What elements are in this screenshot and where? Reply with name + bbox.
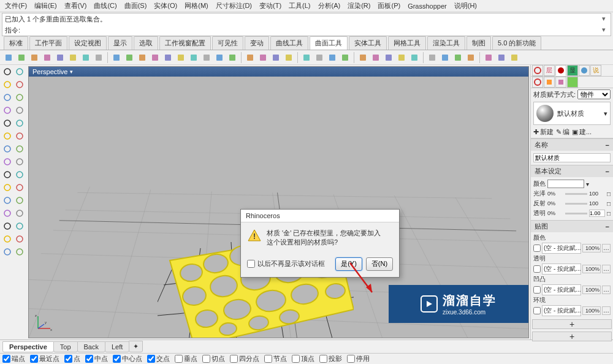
plane-icon[interactable] <box>14 79 25 90</box>
viewport-menu-chevron-icon[interactable]: ▾ <box>70 69 73 75</box>
gloss-slider[interactable] <box>565 193 587 195</box>
osnap-checkbox[interactable] <box>319 355 327 363</box>
osnap-checkbox[interactable] <box>175 355 183 363</box>
material-name-input[interactable] <box>533 153 611 162</box>
material-build-button[interactable]: ▣ 建... <box>572 127 592 137</box>
pointer-icon[interactable] <box>2 66 13 77</box>
render-shade-icon[interactable] <box>495 51 508 64</box>
surface-blend-icon[interactable] <box>149 51 161 64</box>
cylinder-icon[interactable] <box>2 182 13 193</box>
material-edit-button[interactable]: ✎ 编 <box>556 127 569 137</box>
osnap-投影[interactable]: 投影 <box>319 354 342 363</box>
dont-show-again-input[interactable] <box>247 260 255 268</box>
surface-smash-icon[interactable] <box>326 51 338 64</box>
osnap-中心点[interactable]: 中心点 <box>113 354 142 363</box>
map-percent-field[interactable]: 100% <box>582 265 601 273</box>
osnap-切点[interactable]: 切点 <box>202 354 225 363</box>
menu-item[interactable]: 分析(A) <box>314 0 345 12</box>
menu-item[interactable]: 变动(T) <box>256 0 285 12</box>
osnap-顶点[interactable]: 顶点 <box>292 354 314 363</box>
map-percent-field[interactable]: 100% <box>582 286 601 294</box>
cone-icon[interactable] <box>14 182 25 193</box>
osnap-停用[interactable]: 停用 <box>347 354 370 363</box>
map-browse-button[interactable]: … <box>602 306 611 315</box>
surface-flowsrf-icon[interactable] <box>370 51 382 64</box>
viewport-tab[interactable]: Back <box>77 341 105 352</box>
map-path-field[interactable]: (空 - 按此赋... <box>542 243 581 254</box>
toolbar-tab[interactable]: 实体工具 <box>349 36 387 50</box>
menu-item[interactable]: 文件(F) <box>1 0 31 12</box>
render-material-icon[interactable] <box>508 51 520 64</box>
toolbar-tab[interactable]: 设定视图 <box>69 36 107 50</box>
command-input[interactable] <box>23 26 600 34</box>
color-swatch[interactable] <box>547 180 584 188</box>
surface-unroll-icon[interactable] <box>300 51 313 64</box>
toolbar-tab[interactable]: 可见性 <box>212 36 243 50</box>
menu-item[interactable]: 曲面(S) <box>121 0 151 12</box>
osnap-点[interactable]: 点 <box>64 354 80 363</box>
map-percent-field[interactable]: 100% <box>582 244 601 252</box>
surface-rebuild-icon[interactable] <box>244 51 256 64</box>
panel-tab-tutorial[interactable]: 说 <box>590 65 601 76</box>
spiral-icon[interactable] <box>14 143 25 154</box>
surface-split-icon[interactable] <box>213 51 226 64</box>
viewport-tab[interactable]: Top <box>53 341 78 352</box>
chamfer-icon[interactable] <box>14 221 25 232</box>
color-picker-button[interactable]: ▾ <box>586 181 589 188</box>
trans-more-button[interactable]: □ <box>607 210 611 217</box>
menu-item[interactable]: 编辑(E) <box>31 0 61 12</box>
hatch-icon[interactable] <box>2 246 13 257</box>
toolbar-tab[interactable]: 制图 <box>466 36 491 50</box>
viewport-tab[interactable]: Perspective <box>2 341 54 352</box>
gloss-more-button[interactable]: □ <box>607 191 611 197</box>
surface-merge-icon[interactable] <box>175 51 187 64</box>
osnap-checkbox[interactable] <box>347 355 355 363</box>
osnap-checkbox[interactable] <box>85 355 93 363</box>
add-viewport-tab[interactable]: ✦ <box>129 341 143 352</box>
map-enable-checkbox[interactable] <box>533 245 541 252</box>
menu-item[interactable]: 尺寸标注(D) <box>212 0 256 12</box>
osnap-交点[interactable]: 交点 <box>147 354 170 363</box>
surface-extrude-icon[interactable] <box>2 51 15 64</box>
menu-item[interactable]: 面板(P) <box>374 0 404 12</box>
surface-drape-icon[interactable] <box>93 51 105 64</box>
menu-item[interactable]: Grasshopper <box>404 1 451 11</box>
osnap-checkbox[interactable] <box>2 355 10 363</box>
map-path-field[interactable]: (空 - 按此赋... <box>542 305 581 316</box>
text-icon[interactable] <box>2 233 13 245</box>
command-options-icon[interactable]: ▾ <box>600 15 608 23</box>
osnap-checkbox[interactable] <box>30 355 38 363</box>
material-dropdown-icon[interactable]: ▾ <box>604 110 607 118</box>
viewport-tab[interactable]: Left <box>105 341 129 352</box>
surface-match-icon[interactable] <box>162 51 174 64</box>
trim-icon[interactable] <box>2 208 13 219</box>
panel-tab-help[interactable] <box>579 65 590 76</box>
map-path-field[interactable]: (空 - 按此赋... <box>542 284 581 295</box>
surface-sweep1-icon[interactable] <box>28 51 40 64</box>
surface-revolve-icon[interactable] <box>54 51 66 64</box>
osnap-四分点[interactable]: 四分点 <box>230 354 259 363</box>
surface-untrim-icon[interactable] <box>226 51 238 64</box>
map-browse-button[interactable]: … <box>602 244 611 252</box>
osnap-checkbox[interactable] <box>230 355 238 363</box>
surface-patch-icon[interactable] <box>80 51 92 64</box>
menu-item[interactable]: 渲染(R) <box>344 0 374 12</box>
toolbar-tab[interactable]: 网格工具 <box>388 36 426 50</box>
mesh-icon[interactable] <box>14 156 25 167</box>
ior-input[interactable] <box>589 210 605 217</box>
lasso-icon[interactable] <box>14 66 25 77</box>
sphere-icon[interactable] <box>14 169 25 180</box>
menu-item[interactable]: 工具(L) <box>285 0 314 12</box>
map-browse-button[interactable]: … <box>602 265 611 273</box>
explode-icon[interactable] <box>2 92 13 103</box>
collapse-icon[interactable]: − <box>606 223 609 230</box>
surface-flatten-icon[interactable] <box>313 51 326 64</box>
map-percent-field[interactable]: 100% <box>582 306 601 315</box>
surface-shrink-icon[interactable] <box>257 51 269 64</box>
osnap-checkbox[interactable] <box>202 355 210 363</box>
surface-chamfer-icon[interactable] <box>136 51 148 64</box>
material-type-env[interactable] <box>567 77 578 88</box>
surface-pull-icon[interactable] <box>408 51 421 64</box>
panel-tab-properties[interactable] <box>532 65 543 76</box>
fillet-icon[interactable] <box>2 221 13 232</box>
